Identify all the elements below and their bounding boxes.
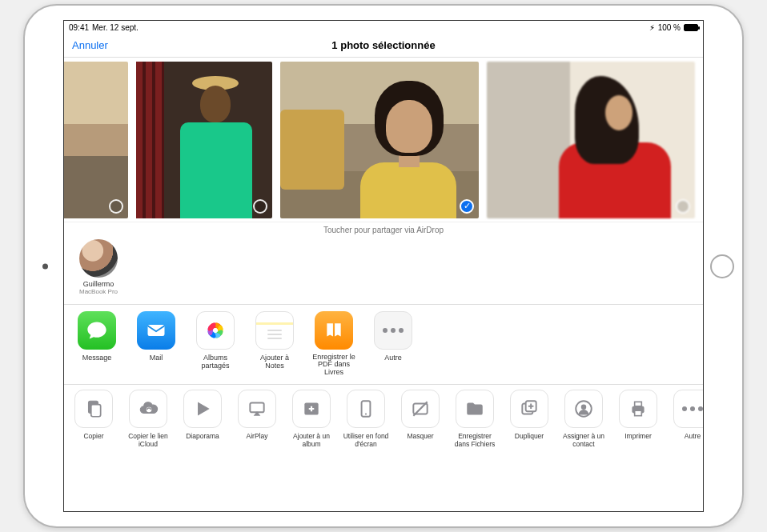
app-label: Autre [368, 354, 418, 362]
select-indicator-icon[interactable]: ✓ [460, 199, 474, 214]
select-indicator-icon[interactable] [253, 199, 267, 214]
airdrop-contact[interactable]: Guillermo MacBook Pro [74, 239, 123, 295]
action-hide[interactable]: Masquer [396, 390, 445, 510]
action-label: Copier [69, 432, 118, 440]
page-title: 1 photo sélectionnée [64, 39, 703, 51]
status-date: Mer. 12 sept. [92, 23, 139, 32]
contact-name: Guillermo [74, 280, 123, 288]
action-row[interactable]: Copier Copier le lien iCloud Diaporama A… [64, 385, 703, 511]
share-app-mail[interactable]: Mail [131, 311, 181, 381]
photo-thumb[interactable] [64, 62, 128, 218]
photo-strip[interactable]: ✓ [64, 58, 703, 222]
mail-icon [137, 311, 175, 350]
action-slideshow[interactable]: Diaporama [178, 390, 227, 510]
select-indicator-icon[interactable] [676, 199, 690, 214]
photo-thumb[interactable] [136, 62, 272, 218]
books-icon [315, 311, 353, 350]
action-label: Diaporama [178, 432, 227, 440]
notes-icon [255, 311, 294, 350]
action-label: Autre [668, 432, 703, 440]
photos-icon [196, 311, 235, 350]
svg-rect-13 [91, 405, 101, 417]
more-icon [673, 390, 703, 428]
action-label: Copier le lien iCloud [123, 432, 173, 448]
app-label: Message [72, 354, 122, 362]
action-label: Ajouter à un album [287, 432, 336, 448]
action-wallpaper[interactable]: Utiliser en fond d'écran [341, 390, 391, 510]
app-label: Enregistrer le PDF dans Livres [309, 354, 359, 376]
action-print[interactable]: Imprimer [613, 390, 663, 510]
action-add-album[interactable]: Ajouter à un album [287, 390, 336, 510]
action-label: Assigner à un contact [559, 432, 608, 448]
action-airplay[interactable]: AirPlay [232, 390, 282, 510]
share-app-shared-albums[interactable]: Albums partagés [191, 311, 240, 381]
action-label: Enregistrer dans Fichiers [450, 432, 500, 448]
action-more[interactable]: Autre [668, 390, 703, 510]
share-app-message[interactable]: Message [72, 311, 122, 381]
photo-thumb[interactable]: ✓ [280, 62, 479, 218]
status-time: 09:41 [69, 23, 89, 32]
copy-icon [74, 390, 113, 428]
play-icon [183, 390, 222, 428]
action-label: Utiliser en fond d'écran [341, 432, 391, 448]
avatar [79, 239, 118, 278]
svg-rect-26 [635, 402, 642, 406]
airdrop-row: Guillermo MacBook Pro [64, 236, 703, 305]
app-label: Albums partagés [191, 354, 240, 370]
select-indicator-icon[interactable] [109, 199, 123, 214]
ipad-frame: 09:41 Mer. 12 sept. ⚡︎ 100 % Annuler 1 p… [23, 4, 744, 528]
home-button[interactable] [710, 254, 734, 278]
checkmark-icon: ✓ [464, 202, 471, 210]
add-album-icon [292, 390, 331, 428]
share-app-add-notes[interactable]: Ajouter à Notes [250, 311, 299, 381]
cloud-link-icon [129, 390, 167, 428]
screen: 09:41 Mer. 12 sept. ⚡︎ 100 % Annuler 1 p… [63, 20, 704, 512]
app-label: Ajouter à Notes [250, 354, 299, 370]
airdrop-hint: Toucher pour partager via AirDrop [64, 222, 703, 236]
camera-dot [42, 263, 48, 269]
photo-thumb[interactable] [487, 62, 695, 218]
contact-icon [564, 390, 603, 428]
svg-rect-15 [250, 402, 263, 412]
action-duplicate[interactable]: Dupliquer [504, 390, 554, 510]
action-assign-contact[interactable]: Assigner à un contact [559, 390, 608, 510]
share-app-save-pdf-books[interactable]: Enregistrer le PDF dans Livres [309, 311, 359, 381]
share-app-other[interactable]: Autre [368, 311, 418, 381]
print-icon [619, 390, 657, 428]
wallpaper-icon [347, 390, 385, 428]
contact-device: MacBook Pro [74, 288, 123, 295]
nav-bar: Annuler 1 photo sélectionnée [64, 34, 703, 58]
app-label: Mail [131, 354, 181, 362]
action-label: Imprimer [613, 432, 663, 440]
hide-icon [401, 390, 440, 428]
svg-point-18 [365, 413, 367, 414]
svg-rect-27 [635, 410, 642, 416]
cancel-button[interactable]: Annuler [72, 39, 108, 51]
charging-icon: ⚡︎ [649, 23, 655, 32]
action-copy-icloud-link[interactable]: Copier le lien iCloud [123, 390, 173, 510]
action-label: Dupliquer [504, 432, 554, 440]
duplicate-icon [510, 390, 548, 428]
folder-icon [456, 390, 494, 428]
app-share-row: Message Mail [64, 305, 703, 385]
more-icon [374, 311, 412, 350]
battery-icon [684, 24, 698, 31]
action-label: AirPlay [232, 432, 282, 440]
svg-point-24 [581, 405, 587, 410]
message-icon [78, 311, 116, 350]
action-copy[interactable]: Copier [69, 390, 118, 510]
airplay-icon [238, 390, 276, 428]
battery-percent: 100 % [658, 23, 681, 32]
action-save-files[interactable]: Enregistrer dans Fichiers [450, 390, 500, 510]
action-label: Masquer [396, 432, 445, 440]
svg-rect-0 [148, 325, 165, 336]
status-bar: 09:41 Mer. 12 sept. ⚡︎ 100 % [64, 21, 703, 34]
